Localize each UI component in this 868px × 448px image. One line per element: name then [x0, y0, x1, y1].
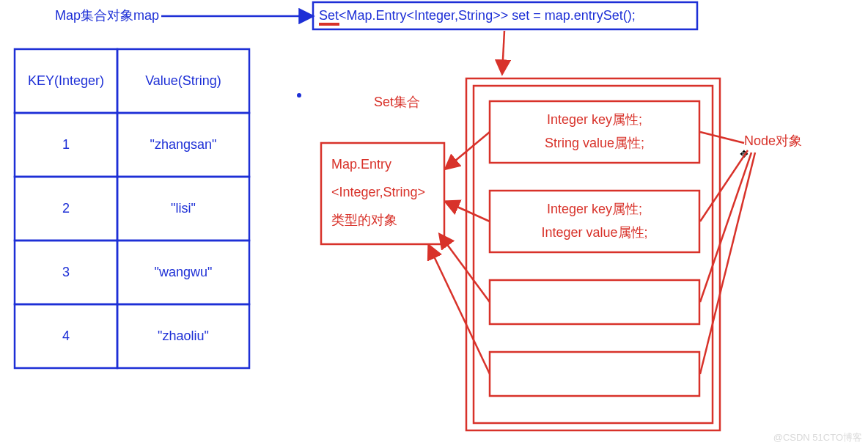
cursor-icon: ✥ — [740, 148, 749, 160]
value-header: Value(String) — [145, 73, 221, 88]
node-2-line1: Integer key属性; — [547, 202, 642, 216]
arrow-node3-to-entry — [440, 235, 490, 302]
code-text: Set<Map.Entry<Integer,String>> set = map… — [319, 8, 636, 23]
dot — [297, 93, 301, 98]
node-label: Node对象 — [744, 133, 802, 148]
cell-value-4: "zhaoliu" — [158, 328, 209, 343]
entry-line3: 类型的对象 — [331, 213, 397, 227]
node-1 — [490, 101, 699, 163]
set-label: Set集合 — [374, 95, 420, 109]
node-1-line2: String value属性; — [545, 136, 644, 150]
key-header: KEY(Integer) — [28, 73, 104, 88]
entry-line1: Map.Entry — [331, 157, 391, 172]
cell-key-2: 2 — [62, 201, 70, 216]
node-2-line2: Integer value属性; — [541, 225, 647, 240]
node-2 — [490, 191, 699, 252]
watermark: @CSDN 51CTO博客 — [773, 432, 862, 443]
cell-value-1: "zhangsan" — [150, 137, 217, 152]
node-4 — [490, 352, 699, 396]
line-nodelabel-3 — [700, 153, 751, 302]
line-nodelabel-1 — [700, 132, 744, 143]
node-3 — [490, 280, 699, 324]
set-container-outer — [466, 78, 720, 430]
arrow-node1-to-entry — [446, 132, 490, 169]
cell-value-2: "lisi" — [171, 201, 196, 216]
arrow-code-to-set — [502, 31, 504, 73]
cell-value-3: "wangwu" — [155, 265, 213, 279]
map-table: KEY(Integer) Value(String) 1 "zhangsan" … — [15, 49, 249, 368]
line-nodelabel-4 — [700, 153, 755, 374]
cell-key-3: 3 — [62, 265, 70, 279]
diagram-title: Map集合对象map — [55, 8, 159, 23]
arrow-node4-to-entry — [429, 246, 490, 374]
node-1-line1: Integer key属性; — [547, 112, 642, 127]
entry-line2: <Integer,String> — [331, 185, 425, 199]
cell-key-1: 1 — [62, 137, 70, 152]
arrow-node2-to-entry — [446, 202, 490, 221]
cell-key-4: 4 — [62, 328, 70, 343]
